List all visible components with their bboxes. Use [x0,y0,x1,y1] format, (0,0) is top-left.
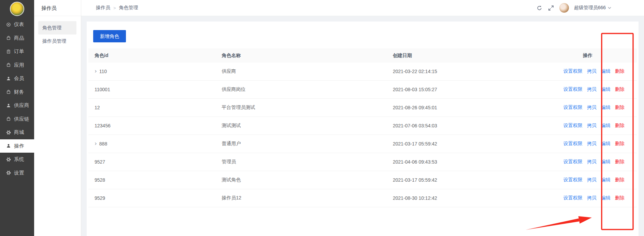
set-permission-link[interactable]: 设置权限 [563,68,583,74]
copy-link[interactable]: 拷贝 [587,86,597,92]
menu-item-role-management[interactable]: 角色管理 [38,21,76,34]
edit-link[interactable]: 编辑 [601,123,611,128]
add-role-button[interactable]: 新增角色 [93,30,126,42]
panel-title: 操作员 [34,0,81,16]
cell-role-id: 9527 [88,159,222,165]
table-header-row: 角色id 角色名称 创建日期 操作 [88,48,637,63]
sidebar-item-orders[interactable]: 订单 [0,45,34,58]
edit-link[interactable]: 编辑 [601,159,611,164]
set-permission-link[interactable]: 设置权限 [563,86,583,92]
sidebar-item-label: 订单 [14,48,24,55]
refresh-icon[interactable] [536,5,543,11]
user-name-label: 超级管理员666 [574,5,606,11]
edit-link[interactable]: 编辑 [601,68,611,74]
copy-link[interactable]: 拷贝 [587,68,597,74]
column-header-created: 创建日期 [393,53,559,59]
set-permission-link[interactable]: 设置权限 [563,141,583,146]
delete-link[interactable]: 删除 [615,123,625,128]
sidebar-item-members[interactable]: 会员 [0,72,34,85]
sidebar-item-mall[interactable]: 商城 [0,126,34,139]
cell-created-date: 2021-03-22 02:14:15 [393,69,559,74]
sidebar-item-finance[interactable]: 财务 [0,85,34,99]
table-row: 9528 测试角色 2021-03-17 05:59:42 设置权限拷贝编辑删除 [88,171,637,189]
copy-link[interactable]: 拷贝 [587,105,597,110]
set-permission-link[interactable]: 设置权限 [563,195,583,200]
copy-link[interactable]: 拷贝 [587,159,597,164]
edit-link[interactable]: 编辑 [601,86,611,92]
table-row: 9529 操作员12 2021-08-30 10:12:42 设置权限拷贝编辑删… [88,189,637,207]
topbar-right: 超级管理员666 [536,3,611,13]
user-avatar[interactable] [559,3,569,13]
copy-link[interactable]: 拷贝 [587,141,597,146]
cell-role-id: › 888 [88,141,222,147]
fullscreen-icon[interactable] [548,5,554,11]
cell-created-date: 2021-03-17 05:59:42 [393,141,559,147]
table-row: 123456 测试测试 2021-07-06 03:54:03 设置权限拷贝编辑… [88,117,637,135]
breadcrumb-item-operators[interactable]: 操作员 [96,5,110,11]
app-logo[interactable] [10,2,24,16]
edit-link[interactable]: 编辑 [601,141,611,146]
breadcrumb: 操作员 > 角色管理 [96,5,138,11]
column-header-role-id: 角色id [88,53,222,59]
cell-created-date: 2021-08-30 10:12:42 [393,195,559,201]
set-permission-link[interactable]: 设置权限 [563,123,583,128]
sidebar-item-label: 设置 [14,170,24,176]
set-permission-link[interactable]: 设置权限 [563,159,583,164]
delete-link[interactable]: 删除 [615,159,625,164]
sidebar-item-apps[interactable]: 应用 [0,58,34,72]
sidebar-item-label: 供应链 [14,116,29,122]
sidebar-item-goods[interactable]: 商品 [0,31,34,45]
sidebar-item-label: 系统 [14,156,24,163]
user-icon [6,76,11,81]
copy-link[interactable]: 拷贝 [587,195,597,200]
sidebar-item-operators[interactable]: 操作 [0,139,34,153]
cell-role-id: 9529 [88,195,222,201]
edit-link[interactable]: 编辑 [601,177,611,182]
secondary-menu: 角色管理 操作员管理 [34,16,81,48]
cell-actions: 设置权限拷贝编辑删除 [559,177,644,183]
menu-item-operator-management[interactable]: 操作员管理 [38,34,76,48]
user-icon [6,103,11,108]
cell-role-id: 123456 [88,123,222,128]
clipboard-icon [6,49,11,54]
role-id-value: 9527 [95,159,105,165]
delete-link[interactable]: 删除 [615,177,625,182]
bag-icon [6,36,11,40]
edit-link[interactable]: 编辑 [601,195,611,200]
role-id-value: 9529 [95,195,105,201]
cell-actions: 设置权限拷贝编辑删除 [559,68,644,74]
cell-actions: 设置权限拷贝编辑删除 [559,86,644,93]
sidebar-item-label: 商品 [14,35,24,41]
sidebar-item-suppliers[interactable]: 供应商 [0,99,34,112]
sidebar-item-supply-chain[interactable]: 供应链 [0,112,34,126]
set-permission-link[interactable]: 设置权限 [563,177,583,182]
cell-created-date: 2021-07-06 03:54:03 [393,123,559,128]
expand-row-icon[interactable]: › [95,141,97,147]
sidebar-item-system[interactable]: 系统 [0,153,34,166]
table-row: 110001 供应商岗位 2021-08-03 15:05:27 设置权限拷贝编… [88,81,637,99]
edit-link[interactable]: 编辑 [601,105,611,110]
set-permission-link[interactable]: 设置权限 [563,105,583,110]
breadcrumb-separator: > [113,5,116,11]
cell-actions: 设置权限拷贝编辑删除 [559,195,644,201]
copy-link[interactable]: 拷贝 [587,123,597,128]
delete-link[interactable]: 删除 [615,105,625,110]
main-area: 操作员 > 角色管理 超级管理员666 新增角色 角色id 角色名称 创建日期 … [81,0,644,236]
cog-icon [6,157,11,162]
user-menu[interactable]: 超级管理员666 [574,5,611,11]
cell-created-date: 2021-08-26 09:45:01 [393,105,559,110]
cell-role-name: 测试测试 [222,123,393,129]
sidebar-item-settings[interactable]: 设置 [0,166,34,180]
role-id-value: 110 [99,69,107,74]
delete-link[interactable]: 删除 [615,68,625,74]
delete-link[interactable]: 删除 [615,195,625,200]
column-header-actions: 操作 [559,53,637,59]
delete-link[interactable]: 删除 [615,141,625,146]
bag-icon [6,63,11,67]
cell-actions: 设置权限拷贝编辑删除 [559,123,644,129]
copy-link[interactable]: 拷贝 [587,177,597,182]
expand-row-icon[interactable]: › [95,68,97,74]
delete-link[interactable]: 删除 [615,86,625,92]
cell-role-name: 供应商岗位 [222,86,393,93]
sidebar-item-dashboard[interactable]: 仪表 [0,18,34,31]
